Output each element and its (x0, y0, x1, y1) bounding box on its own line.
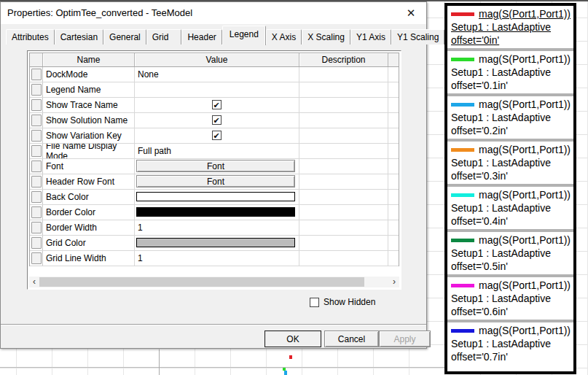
tab-x-axis[interactable]: X Axis (266, 29, 302, 45)
row-selector[interactable] (30, 190, 43, 204)
property-description (299, 113, 388, 128)
tab-y1-scaling[interactable]: Y1 Scaling (391, 29, 444, 45)
row-selector-box[interactable] (31, 84, 42, 96)
property-value-cell[interactable]: ✔ (135, 128, 299, 143)
row-selector-box[interactable] (31, 252, 42, 264)
row-selector[interactable] (30, 251, 43, 266)
row-stub-cell (388, 174, 397, 189)
row-selector-box[interactable] (31, 99, 42, 111)
row-selector-box[interactable] (31, 145, 42, 157)
color-swatch[interactable] (136, 207, 295, 217)
button-separator (1, 324, 426, 325)
checkbox-checked[interactable]: ✔ (212, 131, 222, 140)
title-bar[interactable]: Properties: OptimTee_converted - TeeMode… (1, 2, 426, 24)
checkbox-checked[interactable]: ✔ (212, 100, 222, 109)
row-selector[interactable] (30, 113, 43, 128)
legend-entry[interactable]: mag(S(Port1,Port1))Setup1 : LastAdaptive… (447, 322, 573, 365)
property-value-text[interactable]: Full path (138, 146, 171, 156)
ok-button[interactable]: OK (264, 330, 321, 347)
tab-grid[interactable]: Grid (146, 29, 182, 45)
row-selector[interactable] (30, 205, 43, 220)
cancel-button[interactable]: Cancel (324, 330, 379, 347)
row-selector[interactable] (30, 159, 43, 174)
legend-entry-line1: mag(S(Port1,Port1)) (451, 233, 570, 247)
row-selector-box[interactable] (31, 130, 42, 142)
trace-expression: mag(S(Port1,Port1)) (479, 324, 571, 337)
property-value-text[interactable]: None (138, 69, 159, 80)
property-value-cell[interactable]: ✔ (135, 113, 299, 128)
font-button[interactable]: Font (136, 175, 295, 188)
scrollbar-thumb[interactable] (39, 277, 364, 287)
legend-panel[interactable]: mag(S(Port1,Port1))Setup1 : LastAdaptive… (444, 3, 576, 374)
row-selector[interactable] (30, 144, 43, 158)
legend-entry[interactable]: mag(S(Port1,Port1))Setup1 : LastAdaptive… (447, 277, 573, 320)
legend-entry-line1: mag(S(Port1,Port1)) (451, 7, 570, 20)
row-selector[interactable] (30, 220, 43, 235)
legend-entry[interactable]: mag(S(Port1,Port1))Setup1 : LastAdaptive… (447, 187, 573, 229)
row-selector[interactable] (30, 128, 43, 143)
row-selector-box[interactable] (31, 69, 42, 80)
legend-entry-line1: mag(S(Port1,Port1)) (451, 143, 570, 156)
property-value-text[interactable]: 1 (138, 223, 143, 233)
property-value-text[interactable]: 1 (138, 253, 143, 263)
column-header-value[interactable]: Value (135, 53, 299, 66)
tab-attributes[interactable]: Attributes (6, 29, 55, 45)
row-selector[interactable] (30, 98, 43, 112)
checkbox-checked[interactable]: ✔ (212, 115, 222, 125)
property-name: Font (43, 159, 135, 174)
property-value-cell[interactable]: Full path (135, 144, 299, 158)
property-value-cell[interactable]: 1 (135, 251, 299, 266)
legend-entry[interactable]: mag(S(Port1,Port1))Setup1 : LastAdaptive… (447, 142, 573, 184)
property-value-cell[interactable] (135, 205, 299, 220)
legend-entry[interactable]: mag(S(Port1,Port1))Setup1 : LastAdaptive… (447, 6, 573, 48)
tab-header[interactable]: Header (181, 29, 222, 45)
row-selector-box[interactable] (31, 161, 42, 172)
row-selector-box[interactable] (31, 176, 42, 188)
property-grid: NameValueDescriptionDockModeNoneLegend N… (29, 53, 399, 266)
scroll-left-icon[interactable]: ‹ (29, 277, 39, 287)
row-selector[interactable] (30, 82, 43, 97)
property-value-cell[interactable] (135, 82, 299, 97)
font-button[interactable]: Font (136, 160, 295, 172)
table-row: Grid Color (30, 236, 399, 251)
property-name: Border Width (43, 220, 135, 235)
legend-entry[interactable]: mag(S(Port1,Port1))Setup1 : LastAdaptive… (447, 96, 573, 139)
close-icon[interactable]: ✕ (403, 6, 419, 20)
row-selector-box[interactable] (31, 237, 42, 249)
tab-x-scaling[interactable]: X Scaling (302, 29, 350, 45)
trace-expression: mag(S(Port1,Port1)) (479, 188, 571, 201)
row-selector[interactable] (30, 236, 43, 250)
tab-general[interactable]: General (103, 29, 146, 45)
horizontal-scrollbar[interactable]: ‹ › (29, 277, 399, 287)
row-selector[interactable] (30, 174, 43, 189)
tab-legend[interactable]: Legend (222, 26, 266, 45)
row-selector-box[interactable] (31, 222, 42, 233)
trace-solution: Setup1 : LastAdaptive (451, 247, 570, 260)
legend-entry[interactable]: mag(S(Port1,Port1))Setup1 : LastAdaptive… (447, 232, 573, 274)
property-value-cell[interactable] (135, 190, 299, 204)
color-swatch[interactable] (136, 192, 295, 201)
row-selector-box[interactable] (31, 115, 42, 126)
property-value-cell[interactable]: ✔ (135, 98, 299, 112)
property-value-cell[interactable] (135, 236, 299, 250)
trace-variation: offset='0.5in' (451, 260, 570, 273)
color-swatch[interactable] (136, 238, 295, 247)
property-value-cell[interactable]: None (135, 67, 299, 82)
column-header-name[interactable]: Name (43, 53, 135, 66)
row-selector[interactable] (30, 67, 43, 82)
property-description (299, 98, 388, 112)
legend-entry[interactable]: mag(S(Port1,Port1))Setup1 : LastAdaptive… (447, 51, 573, 93)
property-description (299, 82, 388, 97)
property-value-cell[interactable]: 1 (135, 220, 299, 235)
column-header-description[interactable]: Description (299, 53, 388, 66)
row-selector-box[interactable] (31, 191, 42, 203)
row-selector-box[interactable] (31, 206, 42, 218)
property-value-cell[interactable]: Font (135, 174, 299, 189)
tab-y1-axis[interactable]: Y1 Axis (350, 29, 391, 45)
property-description (299, 220, 388, 235)
apply-button[interactable]: Apply (379, 330, 431, 347)
property-value-cell[interactable]: Font (135, 159, 299, 174)
show-hidden-checkbox[interactable] (310, 298, 319, 307)
tab-cartesian[interactable]: Cartesian (55, 29, 103, 45)
scroll-right-icon[interactable]: › (389, 277, 399, 287)
